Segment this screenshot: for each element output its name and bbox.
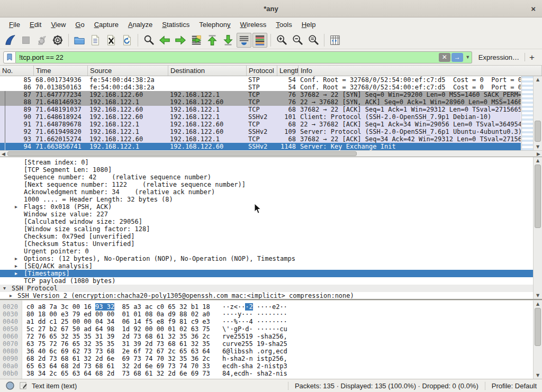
detail-line[interactable]: [Window size scaling factor: 128]	[0, 225, 542, 233]
go-first-icon[interactable]	[205, 33, 220, 48]
detail-line[interactable]: TCP payload (1080 bytes)	[0, 277, 542, 285]
reload-capture-icon[interactable]	[120, 33, 134, 48]
detail-line[interactable]: 1000 .... = Header Length: 32 bytes (8)	[0, 196, 542, 203]
collapsed-arrow-icon[interactable]: ▸	[15, 203, 24, 211]
menu-analyze[interactable]: Analyze	[123, 17, 157, 32]
scroll-down-icon[interactable]: ▼	[534, 293, 542, 298]
detail-line[interactable]: Checksum: 0x79ed [unverified]	[0, 233, 542, 240]
status-profile[interactable]: Profile: Default	[492, 382, 537, 390]
zoom-in-icon[interactable]	[274, 33, 289, 48]
hex-row[interactable]: 003080 18 00 e3 79 ed 00 00 01 01 08 0a …	[0, 311, 542, 318]
menu-help[interactable]: Help	[297, 17, 321, 32]
restart-capture-icon[interactable]	[34, 33, 49, 48]
capture-options-icon[interactable]	[50, 33, 65, 48]
menu-tools[interactable]: Tools	[271, 17, 296, 32]
detail-line[interactable]: Acknowledgment number: 34 (relative ack …	[0, 188, 542, 196]
expanded-arrow-icon[interactable]: ▾	[3, 285, 12, 292]
detail-line[interactable]: [TCP Segment Len: 1080]	[0, 166, 542, 174]
packet-row-90[interactable]: 9071.648618924192.168.122.60192.168.122.…	[0, 113, 521, 121]
resize-columns-icon[interactable]	[328, 33, 342, 48]
scroll-up-icon[interactable]: ▲	[534, 77, 542, 82]
packet-row-93[interactable]: 9371.662015274192.168.122.60192.168.122.…	[0, 135, 521, 143]
collapsed-arrow-icon[interactable]: ▸	[15, 255, 24, 262]
menu-edit[interactable]: Edit	[25, 17, 46, 32]
detail-line[interactable]: ▾SSH Protocol	[0, 285, 542, 292]
hex-row[interactable]: 0040a1 dd c1 25 00 00 04 34 06 14 f5 e8 …	[0, 318, 542, 325]
hex-row[interactable]: 00a065 63 64 68 2d 73 68 61 32 2d 6e 69 …	[0, 362, 542, 370]
hex-row[interactable]: 00505c 27 b2 67 50 ad 64 98 1d 92 00 00 …	[0, 325, 542, 333]
zoom-original-icon[interactable]	[306, 33, 321, 48]
save-capture-icon[interactable]	[88, 33, 103, 48]
collapsed-arrow-icon[interactable]: ▸	[10, 292, 17, 299]
detail-line[interactable]: ▸[Timestamps]	[0, 270, 542, 277]
column-header-info[interactable]: Info	[299, 66, 542, 76]
column-header-no[interactable]: No.	[0, 66, 34, 76]
filter-bookmark-button[interactable]	[3, 51, 16, 63]
packet-row-88[interactable]: 8871.648146932192.168.122.1192.168.122.6…	[0, 98, 521, 106]
detail-line[interactable]: ▸[SEQ/ACK analysis]	[0, 262, 542, 270]
hex-row[interactable]: 0020c0 a8 7a 3c 00 16 93 32 85 a3 ac c0 …	[0, 303, 542, 311]
menu-statistics[interactable]: Statistics	[157, 17, 194, 32]
column-header-length[interactable]: Length	[277, 66, 299, 76]
packet-row-94[interactable]: 9471.663856741192.168.122.1192.168.122.6…	[0, 143, 521, 150]
detail-line[interactable]: Sequence number: 42 (relative sequence n…	[0, 174, 542, 181]
details-scroll-thumb[interactable]	[535, 165, 541, 228]
packet-row-86[interactable]: 8670.013850163fe:54:00:d4:38:2aSTP54Conf…	[0, 84, 521, 91]
scroll-up-icon[interactable]: ▲	[534, 158, 542, 163]
filter-history-dropdown-icon[interactable]: ▼	[464, 54, 472, 60]
hex-row[interactable]: 006072 76 65 32 35 35 31 39 2d 73 68 61 …	[0, 333, 542, 340]
detail-line[interactable]: ▸Flags: 0x018 (PSH, ACK)	[0, 203, 542, 211]
packet-row-87[interactable]: 8771.647777234192.168.122.60192.168.122.…	[0, 91, 521, 98]
packet-list-vscrollbar[interactable]: ▲ ▼	[533, 76, 542, 150]
detail-line[interactable]: Urgent pointer: 0	[0, 248, 542, 255]
bytes-vscrollbar[interactable]: ▲ ▼	[533, 300, 542, 379]
expert-info-icon[interactable]	[5, 381, 15, 390]
go-to-packet-icon[interactable]	[189, 33, 204, 48]
detail-line[interactable]: Window size value: 227	[0, 211, 542, 218]
go-forward-icon[interactable]	[173, 33, 188, 48]
scroll-down-icon[interactable]: ▼	[534, 373, 542, 378]
packet-row-92[interactable]: 9271.661949820192.168.122.1192.168.122.6…	[0, 128, 521, 135]
filter-apply-button[interactable]: →	[451, 53, 463, 62]
scroll-right-icon[interactable]: ▶	[537, 151, 540, 157]
packet-list-hscrollbar[interactable]: ◀ ▶	[0, 150, 542, 157]
menu-go[interactable]: Go	[70, 17, 89, 32]
column-header-protocol[interactable]: Protocol	[247, 66, 277, 76]
menu-view[interactable]: View	[46, 17, 70, 32]
window-close-button[interactable]: ×	[531, 4, 536, 13]
zoom-out-icon[interactable]	[290, 33, 305, 48]
detail-line[interactable]: [Checksum Status: Unverified]	[0, 240, 542, 248]
display-filter-input[interactable]	[16, 52, 439, 63]
detail-line[interactable]: ▸Options: (12 bytes), No-Operation (NOP)…	[0, 255, 542, 262]
column-header-destination[interactable]: Destination	[168, 66, 247, 76]
filter-clear-button[interactable]: ✕	[439, 53, 450, 62]
scroll-up-icon[interactable]: ▲	[534, 302, 542, 306]
start-capture-icon[interactable]	[3, 33, 17, 48]
collapsed-arrow-icon[interactable]: ▸	[15, 270, 24, 277]
menu-wireless[interactable]: Wireless	[236, 17, 272, 32]
column-header-source[interactable]: Source	[88, 66, 168, 76]
packet-row-91[interactable]: 9171.648789678192.168.122.1192.168.122.6…	[0, 121, 521, 128]
packet-list-hscroll-thumb[interactable]	[7, 151, 357, 156]
hex-row[interactable]: 00b038 34 2c 65 63 64 68 2d 73 68 61 32 …	[0, 370, 542, 377]
filter-expression-button[interactable]: Expression…	[478, 53, 519, 61]
hex-row[interactable]: 008036 40 6c 69 62 73 73 68 2e 6f 72 67 …	[0, 348, 542, 355]
stop-capture-icon[interactable]	[19, 33, 33, 48]
packet-list-minimap[interactable]	[521, 76, 533, 150]
go-back-icon[interactable]	[157, 33, 172, 48]
filter-add-button[interactable]: +	[529, 51, 535, 63]
column-header-time[interactable]: Time	[34, 66, 88, 76]
details-vscrollbar[interactable]: ▲ ▼	[533, 157, 542, 299]
open-capture-icon[interactable]	[72, 33, 87, 48]
packet-row-85[interactable]: 8568.001734936fe:54:00:d4:38:2aSTP54Conf…	[0, 76, 521, 84]
close-capture-icon[interactable]	[104, 33, 119, 48]
menu-file[interactable]: File	[4, 17, 25, 32]
auto-scroll-icon[interactable]	[237, 33, 251, 48]
collapsed-arrow-icon[interactable]: ▸	[15, 262, 24, 270]
find-packet-icon[interactable]	[141, 33, 156, 48]
menu-telephony[interactable]: Telephony	[194, 17, 235, 32]
packet-row-89[interactable]: 8971.648191037192.168.122.60192.168.122.…	[0, 106, 521, 113]
detail-line[interactable]: ▸SSH Version 2 (encryption:chacha20-poly…	[0, 292, 542, 299]
capture-comment-icon[interactable]	[19, 381, 28, 390]
hex-row[interactable]: 009068 2d 73 68 61 32 2d 6e 69 73 74 70 …	[0, 355, 542, 362]
